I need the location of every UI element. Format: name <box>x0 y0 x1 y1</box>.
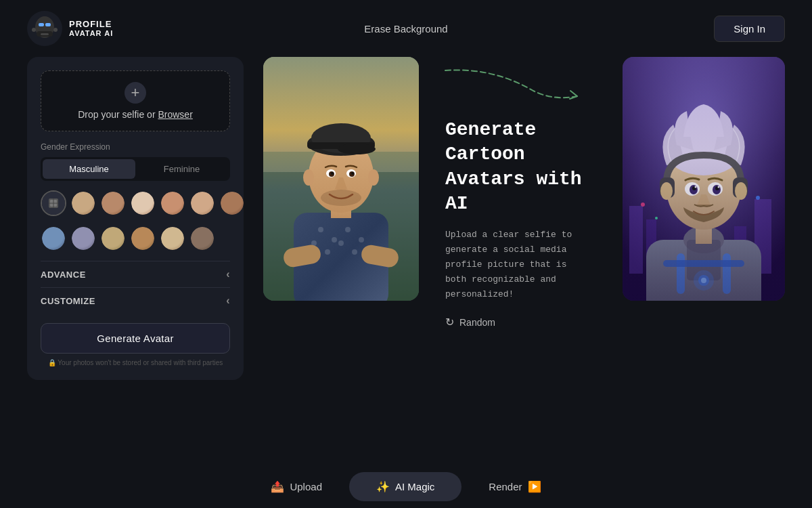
avatar-item[interactable] <box>100 226 126 251</box>
svg-point-18 <box>332 237 337 242</box>
random-button[interactable]: ↻ Random <box>445 316 495 329</box>
info-description: Upload a clear selfie togenerate a socia… <box>445 228 600 302</box>
svg-point-39 <box>368 169 379 186</box>
render-nav-label: Render <box>489 481 522 492</box>
random-label: Random <box>459 317 495 328</box>
upload-text: Drop your selfie or Browser <box>78 109 193 120</box>
avatar-item[interactable] <box>130 226 156 251</box>
avatar-cube-item[interactable] <box>41 190 66 216</box>
sign-in-button[interactable]: Sign In <box>714 16 785 42</box>
svg-point-6 <box>32 28 36 32</box>
logo-area: PROFILE AVATAR AI <box>27 11 113 46</box>
center-photo-area <box>260 57 422 301</box>
svg-point-22 <box>325 249 330 255</box>
svg-point-7 <box>53 28 58 32</box>
left-panel: + Drop your selfie or Browser Gender Exp… <box>27 57 244 380</box>
avatar-item[interactable] <box>160 226 185 251</box>
svg-rect-3 <box>39 23 44 26</box>
avatar-item[interactable] <box>70 226 96 251</box>
privacy-note: 🔒 Your photos won't be stored or shared … <box>41 359 230 366</box>
info-title: GenerateCartoonAvatars withAI <box>445 118 600 217</box>
avatar-grid <box>41 190 230 216</box>
logo-icon <box>27 11 62 46</box>
upload-nav-label: Upload <box>290 481 322 492</box>
upload-nav-icon: 📤 <box>271 480 284 493</box>
refresh-icon: ↻ <box>445 316 454 329</box>
avatar-item[interactable] <box>41 226 66 251</box>
avatar-item[interactable] <box>189 190 215 216</box>
gender-toggle: Masculine Feminine <box>41 157 230 181</box>
dashed-arrow-icon <box>438 64 587 104</box>
cube-icon <box>42 192 65 215</box>
advance-section-toggle[interactable]: ADVANCE ‹ <box>41 261 230 287</box>
avatar-item[interactable] <box>219 190 245 216</box>
info-text-block: GenerateCartoonAvatars withAI Upload a c… <box>438 118 606 329</box>
erase-background-link[interactable]: Erase Background <box>364 23 447 35</box>
result-avatar-panel <box>623 57 785 301</box>
logo-text: PROFILE AVATAR AI <box>69 19 113 39</box>
advance-label: ADVANCE <box>41 270 86 280</box>
avatar-grid-row2 <box>41 226 230 251</box>
customize-label: CUSTOMIZE <box>41 296 95 306</box>
main-content: + Drop your selfie or Browser Gender Exp… <box>0 57 812 380</box>
svg-rect-5 <box>41 33 49 35</box>
bottom-nav: 📤 Upload ✨ AI Magic Render ▶️ <box>0 472 812 508</box>
browser-link[interactable]: Browser <box>158 109 192 120</box>
result-image <box>623 57 785 301</box>
gender-feminine-btn[interactable]: Feminine <box>135 159 228 179</box>
uploaded-photo <box>263 57 419 301</box>
arrow-area <box>438 57 606 104</box>
svg-point-36 <box>351 172 354 175</box>
avatar-item[interactable] <box>189 226 215 251</box>
cartoon-overlay <box>623 57 785 301</box>
render-nav-item[interactable]: Render ▶️ <box>461 472 568 501</box>
avatar-item[interactable] <box>70 190 96 216</box>
svg-point-38 <box>303 169 314 186</box>
svg-point-24 <box>352 249 357 255</box>
svg-point-37 <box>321 190 361 206</box>
svg-point-17 <box>318 227 323 232</box>
plus-icon: + <box>125 82 146 104</box>
photo-card <box>263 57 419 301</box>
svg-point-20 <box>359 237 364 242</box>
upload-area[interactable]: + Drop your selfie or Browser <box>41 70 230 131</box>
result-card <box>623 57 785 301</box>
svg-point-30 <box>338 144 376 154</box>
avatar-item[interactable] <box>100 190 126 216</box>
svg-point-23 <box>338 240 344 246</box>
upload-nav-item[interactable]: 📤 Upload <box>244 472 349 501</box>
svg-point-19 <box>345 227 351 232</box>
ai-magic-nav-label: AI Magic <box>395 481 434 492</box>
right-info-panel: GenerateCartoonAvatars withAI Upload a c… <box>438 57 606 329</box>
ai-magic-nav-item[interactable]: ✨ AI Magic <box>349 472 461 501</box>
svg-point-35 <box>331 172 334 175</box>
gender-masculine-btn[interactable]: Masculine <box>43 159 135 179</box>
ai-magic-nav-icon: ✨ <box>376 480 390 493</box>
svg-rect-4 <box>45 23 51 26</box>
customize-section-toggle[interactable]: CUSTOMIZE ‹ <box>41 287 230 314</box>
generate-avatar-button[interactable]: Generate Avatar <box>41 323 230 354</box>
render-nav-icon: ▶️ <box>528 480 541 493</box>
customize-chevron: ‹ <box>226 295 230 307</box>
advance-chevron: ‹ <box>226 268 230 280</box>
avatar-item[interactable] <box>130 190 156 216</box>
gender-label: Gender Expression <box>41 142 230 152</box>
avatar-item[interactable] <box>160 190 185 216</box>
header: PROFILE AVATAR AI Erase Background Sign … <box>0 0 812 57</box>
